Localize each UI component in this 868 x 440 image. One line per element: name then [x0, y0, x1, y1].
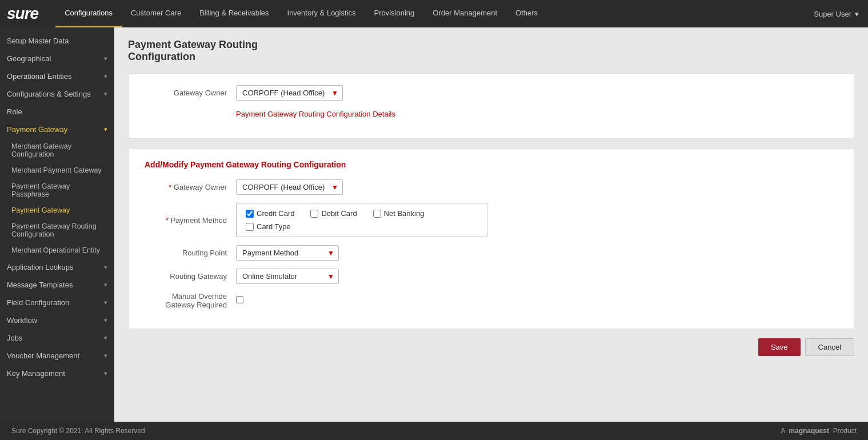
sidebar-label: Workflow — [7, 316, 37, 325]
user-menu[interactable]: Super User ▾ — [814, 10, 868, 18]
routing-point-control: Payment Method ▼ — [236, 245, 838, 261]
sidebar-label: Payment Gateway — [7, 125, 67, 134]
sidebar-item-jobs[interactable]: Jobs ▾ — [0, 329, 114, 347]
chevron-down-icon: ▾ — [104, 299, 107, 306]
card-type-label: Card Type — [257, 222, 291, 231]
main-content: Payment Gateway Routing Configuration Ga… — [114, 27, 868, 422]
manual-override-label: Manual Override Gateway Required — [145, 292, 236, 309]
sidebar-label: Operational Entities — [7, 72, 71, 81]
sidebar-item-configurations-settings[interactable]: Configurations & Settings ▾ — [0, 85, 114, 103]
copyright-text: Sure Copyright © 2021. All Rights Reserv… — [11, 427, 145, 435]
sidebar-item-merchant-operational-entity[interactable]: Merchant Operational Entity — [0, 242, 114, 258]
sidebar-label: Role — [7, 107, 22, 116]
action-buttons: Save Cancel — [128, 338, 854, 356]
sidebar-item-key-management[interactable]: Key Management ▾ — [0, 365, 114, 382]
payment-method-row-2: Card Type — [246, 222, 478, 231]
footer: Sure Copyright © 2021. All Rights Reserv… — [0, 422, 868, 440]
routing-gateway-select[interactable]: Online Simulator — [236, 269, 339, 284]
sidebar-item-setup-master-data[interactable]: Setup Master Data — [0, 32, 114, 50]
gateway-owner-card: Gateway Owner CORPOFF (Head Office) ▼ Pa… — [128, 73, 854, 139]
card-type-checkbox-label[interactable]: Card Type — [246, 222, 291, 231]
brand-text: A magnaquest Product — [781, 427, 857, 435]
nav-others[interactable]: Others — [506, 0, 547, 27]
sidebar-label: Merchant Payment Gateway — [11, 166, 102, 174]
sidebar-item-workflow[interactable]: Workflow ▾ — [0, 311, 114, 329]
nav-order-management[interactable]: Order Management — [423, 0, 506, 27]
user-chevron-icon: ▾ — [855, 10, 859, 18]
routing-point-select[interactable]: Payment Method — [236, 245, 339, 261]
routing-point-label: Routing Point — [145, 249, 236, 257]
routing-gateway-row: Routing Gateway Online Simulator ▼ — [145, 269, 838, 284]
nav-customer-care[interactable]: Customer Care — [122, 0, 190, 27]
manual-override-checkbox[interactable] — [236, 296, 243, 303]
chevron-down-icon: ▾ — [104, 90, 107, 98]
sidebar-label: Message Templates — [7, 281, 73, 289]
credit-card-label: Credit Card — [257, 209, 294, 218]
add-gateway-owner-select[interactable]: CORPOFF (Head Office) — [236, 179, 343, 195]
debit-card-checkbox-label[interactable]: Debit Card — [310, 209, 357, 218]
save-button[interactable]: Save — [758, 338, 801, 356]
sidebar-label: Payment Gateway Routing Configuration — [11, 222, 97, 238]
manual-override-control — [236, 295, 838, 306]
page-title: Payment Gateway Routing Configuration — [128, 39, 854, 63]
net-banking-label: Net Banking — [384, 209, 425, 218]
sidebar-item-role[interactable]: Role — [0, 103, 114, 121]
gateway-owner-row: Gateway Owner CORPOFF (Head Office) ▼ — [145, 85, 838, 101]
sidebar-item-payment-gateway-group[interactable]: Payment Gateway ▾ — [0, 121, 114, 138]
user-name: Super User — [814, 10, 851, 18]
sidebar-item-payment-gateway-routing-config[interactable]: Payment Gateway Routing Configuration — [0, 218, 114, 242]
credit-card-checkbox-label[interactable]: Credit Card — [246, 209, 294, 218]
sidebar-item-merchant-gateway-config[interactable]: Merchant Gateway Configuration — [0, 138, 114, 162]
routing-gateway-label: Routing Gateway — [145, 272, 236, 281]
chevron-down-icon: ▾ — [104, 126, 107, 133]
routing-gateway-select-wrapper: Online Simulator ▼ — [236, 269, 339, 284]
sidebar-item-payment-gateway[interactable]: Payment Gateway — [0, 202, 114, 218]
debit-card-label: Debit Card — [321, 209, 357, 218]
manual-override-row: Manual Override Gateway Required — [145, 292, 838, 309]
debit-card-checkbox[interactable] — [310, 210, 318, 218]
top-navigation: sure Configurations Customer Care Billin… — [0, 0, 868, 27]
section-title: Add/Modify Payment Gateway Routing Confi… — [145, 160, 838, 169]
chevron-down-icon: ▾ — [104, 73, 107, 80]
routing-gateway-control: Online Simulator ▼ — [236, 269, 838, 284]
sidebar-item-voucher-management[interactable]: Voucher Management ▾ — [0, 347, 114, 365]
gateway-owner-select[interactable]: CORPOFF (Head Office) — [236, 85, 343, 101]
credit-card-checkbox[interactable] — [246, 210, 254, 218]
sidebar: Setup Master Data Geographical ▾ Operati… — [0, 27, 114, 422]
nav-billing[interactable]: Billing & Receivables — [190, 0, 278, 27]
add-gateway-owner-control: CORPOFF (Head Office) ▼ — [236, 179, 838, 195]
chevron-down-icon: ▾ — [104, 55, 107, 62]
card-type-checkbox[interactable] — [246, 223, 254, 231]
cancel-button[interactable]: Cancel — [805, 338, 854, 356]
details-link[interactable]: Payment Gateway Routing Configuration De… — [236, 110, 395, 118]
routing-point-row: Routing Point Payment Method ▼ — [145, 245, 838, 261]
gateway-owner-select-wrapper: CORPOFF (Head Office) ▼ — [236, 85, 343, 101]
payment-method-label: Payment Method — [145, 216, 236, 225]
sidebar-item-application-lookups[interactable]: Application Lookups ▾ — [0, 258, 114, 276]
sidebar-label: Key Management — [7, 369, 65, 378]
add-gateway-owner-label: Gateway Owner — [145, 183, 236, 191]
routing-point-select-wrapper: Payment Method ▼ — [236, 245, 339, 261]
payment-method-row-1: Credit Card Debit Card Net Banking — [246, 209, 478, 218]
net-banking-checkbox[interactable] — [373, 210, 381, 218]
sidebar-item-geographical[interactable]: Geographical ▾ — [0, 50, 114, 67]
add-gateway-owner-row: Gateway Owner CORPOFF (Head Office) ▼ — [145, 179, 838, 195]
add-gateway-owner-select-wrapper: CORPOFF (Head Office) ▼ — [236, 179, 343, 195]
sidebar-item-merchant-payment-gateway[interactable]: Merchant Payment Gateway — [0, 162, 114, 178]
sidebar-label: Application Lookups — [7, 263, 73, 271]
net-banking-checkbox-label[interactable]: Net Banking — [373, 209, 425, 218]
sidebar-label: Payment Gateway Passphrase — [11, 182, 70, 198]
nav-inventory[interactable]: Inventory & Logistics — [278, 0, 365, 27]
sidebar-item-message-templates[interactable]: Message Templates ▾ — [0, 276, 114, 294]
sidebar-item-field-configuration[interactable]: Field Configuration ▾ — [0, 294, 114, 311]
gateway-owner-control: CORPOFF (Head Office) ▼ — [236, 85, 838, 101]
sidebar-item-operational-entities[interactable]: Operational Entities ▾ — [0, 67, 114, 85]
add-modify-card: Add/Modify Payment Gateway Routing Confi… — [128, 148, 854, 329]
sidebar-item-payment-gateway-passphrase[interactable]: Payment Gateway Passphrase — [0, 178, 114, 202]
chevron-down-icon: ▾ — [104, 263, 107, 271]
nav-provisioning[interactable]: Provisioning — [365, 0, 423, 27]
chevron-down-icon: ▾ — [104, 334, 107, 342]
chevron-down-icon: ▾ — [104, 352, 107, 359]
sidebar-label: Merchant Gateway Configuration — [11, 142, 71, 158]
nav-configurations[interactable]: Configurations — [55, 0, 122, 27]
